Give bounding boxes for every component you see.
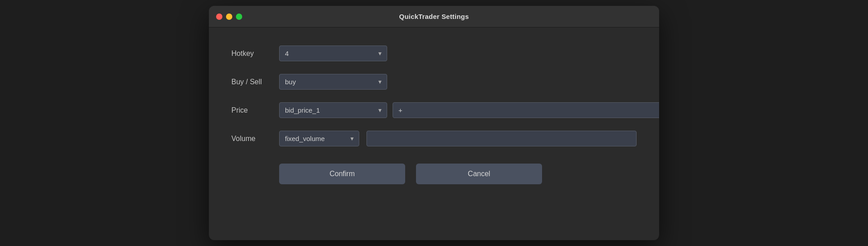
price-type-select[interactable]: bid_price_1 ask_price_1 last_price mid_p… [279,102,387,118]
operator-select-wrapper: + - * / ▼ [393,102,659,118]
hotkey-label: Hotkey [231,50,272,58]
confirm-button[interactable]: Confirm [279,164,405,184]
price-row: Price bid_price_1 ask_price_1 last_price… [231,102,637,118]
button-row: Confirm Cancel [231,164,637,184]
hotkey-select-wrapper: 4 1 2 3 5 6 7 8 9 0 ▼ [279,46,387,61]
volume-row: Volume fixed_volume percent_volume full_… [231,131,637,146]
price-label: Price [231,106,272,114]
hotkey-row: Hotkey 4 1 2 3 5 6 7 8 9 0 ▼ [231,46,637,61]
cancel-button[interactable]: Cancel [416,164,542,184]
volume-value-input[interactable] [366,131,637,146]
window-controls [216,14,242,20]
maximize-button[interactable] [236,14,242,20]
buysell-select-wrapper: buy sell ▼ [279,74,387,90]
price-type-select-wrapper: bid_price_1 ask_price_1 last_price mid_p… [279,102,387,118]
buysell-label: Buy / Sell [231,78,272,86]
buysell-select[interactable]: buy sell [279,74,387,90]
volume-label: Volume [231,135,272,143]
hotkey-select[interactable]: 4 1 2 3 5 6 7 8 9 0 [279,46,387,61]
volume-type-select-wrapper: fixed_volume percent_volume full_volume … [279,131,359,146]
minimize-button[interactable] [226,14,232,20]
window-title: QuickTrader Settings [399,13,469,20]
titlebar: QuickTrader Settings [209,6,659,27]
close-button[interactable] [216,14,222,20]
operator-select[interactable]: + - * / [393,102,659,118]
form-content: Hotkey 4 1 2 3 5 6 7 8 9 0 ▼ Buy / Sel [209,27,659,240]
buysell-row: Buy / Sell buy sell ▼ [231,74,637,90]
main-window: QuickTrader Settings Hotkey 4 1 2 3 5 6 … [209,6,659,240]
volume-type-select[interactable]: fixed_volume percent_volume full_volume [279,131,359,146]
price-inputs-group: bid_price_1 ask_price_1 last_price mid_p… [279,102,659,118]
